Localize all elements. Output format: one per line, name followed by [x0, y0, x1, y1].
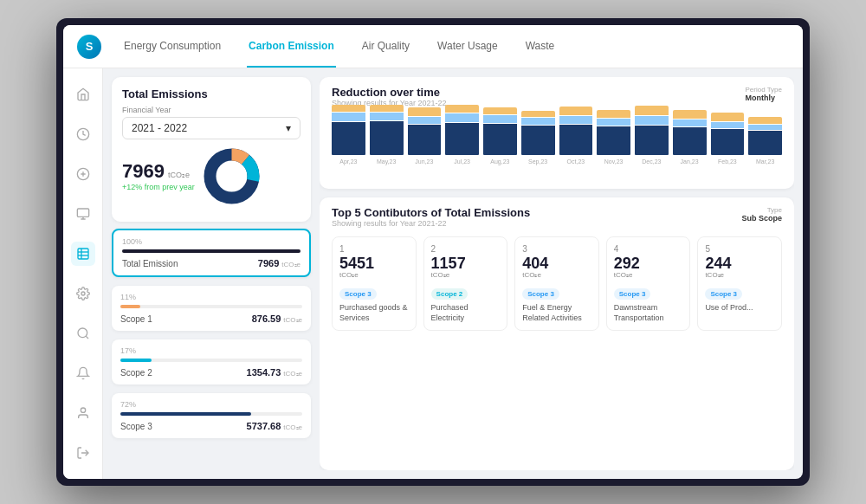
sidebar-icon-plus-circle[interactable]	[71, 162, 95, 186]
bar-group: Jan,23	[673, 105, 707, 165]
progress-bar-fill-scope3	[120, 412, 251, 416]
contributor-card: 3 404 tCO₂e Scope 3 Fuel & Energy Relate…	[514, 236, 599, 331]
emissions-summary: 7969 tCO₂e +12% from prev year	[122, 148, 301, 204]
reduction-card: Reduction over time Showing results for …	[320, 77, 794, 189]
progress-unit-scope2: tCO₂e	[283, 370, 302, 378]
emissions-text: 7969 tCO₂e +12% from prev year	[122, 162, 195, 191]
contributor-unit: tCO₂e	[339, 271, 409, 279]
contributors-subtitle: Showing results for Year 2021-22	[332, 219, 530, 228]
bar-label: Dec,23	[642, 158, 661, 165]
emissions-unit: tCO₂e	[168, 171, 190, 179]
left-panel: Total Emissions Financial Year 2021 - 20…	[112, 77, 311, 470]
contributor-unit: tCO₂e	[614, 271, 683, 279]
progress-header-total: 100%	[122, 237, 301, 246]
bar-group: Feb,23	[711, 105, 745, 165]
contributors-header: Top 5 Contibutors of Total Emissions Sho…	[332, 206, 782, 235]
svg-point-14	[81, 408, 85, 412]
progress-bar-bg-total	[122, 249, 301, 253]
tab-water-usage[interactable]: Water Usage	[436, 25, 500, 68]
contributor-value: 5451	[339, 255, 409, 271]
bar-group: Apr,23	[332, 105, 365, 165]
progress-bottom-scope2: Scope 2 1354.73 tCO₂e	[120, 367, 302, 378]
bar-label: Jun,23	[415, 158, 433, 165]
bar-segment-light	[635, 106, 669, 115]
bar-label: Feb,23	[718, 158, 737, 165]
bar-group: Aug,23	[483, 105, 517, 165]
year-value: 2021 - 2022	[132, 122, 187, 134]
sidebar-icon-bell[interactable]	[71, 361, 95, 385]
sidebar-icon-home[interactable]	[71, 82, 95, 107]
svg-point-19	[219, 165, 243, 189]
scope-badge: Scope 3	[705, 288, 742, 300]
total-emissions-title: Total Emissions	[122, 87, 301, 100]
year-dropdown[interactable]: 2021 - 2022 ▾	[122, 117, 301, 139]
bar-segment-dark	[370, 121, 404, 155]
progress-bar-fill-scope1	[120, 305, 140, 308]
contributor-rank: 5	[705, 244, 774, 254]
bar-segment-mid	[673, 120, 707, 126]
bar-label: May,23	[377, 158, 396, 165]
bar-stack	[521, 105, 555, 155]
progress-value-scope2: 1354.73	[247, 367, 281, 378]
bar-segment-light	[370, 105, 404, 112]
progress-bar-bg-scope2	[120, 359, 302, 362]
bar-segment-mid	[711, 122, 745, 128]
contributors-type-value: Sub Scope	[741, 214, 782, 223]
tab-carbon-emission[interactable]: Carbon Emission	[247, 25, 336, 68]
bar-segment-light	[748, 117, 782, 124]
contributors-type-block: Type Sub Scope	[741, 206, 782, 235]
bar-segment-dark	[521, 126, 555, 155]
total-emissions-card: Total Emissions Financial Year 2021 - 20…	[112, 77, 311, 222]
sidebar-icon-monitor[interactable]	[71, 202, 95, 226]
bar-stack	[597, 105, 630, 155]
bar-segment-light	[332, 105, 365, 112]
contributor-desc: Purchased Electricity	[431, 303, 501, 323]
contributor-card: 5 244 tCO₂e Scope 3 Use of Prod...	[697, 236, 782, 331]
bar-segment-dark	[597, 126, 630, 155]
progress-percent-scope1: 11%	[120, 293, 136, 301]
svg-rect-4	[77, 209, 88, 216]
bar-segment-light	[673, 110, 707, 119]
progress-bar-bg-scope1	[120, 305, 302, 308]
sidebar-icon-chart[interactable]	[71, 242, 95, 266]
bar-label: Jan,23	[681, 158, 699, 165]
contributor-desc: Dawnstream Transportation	[614, 303, 683, 323]
bar-stack	[445, 105, 479, 155]
bar-segment-light	[445, 105, 479, 113]
bar-group: May,23	[370, 105, 404, 165]
contributor-card: 1 5451 tCO₂e Scope 3 Purchased goods & S…	[332, 236, 417, 331]
bar-segment-dark	[748, 131, 782, 155]
nav-tabs: Energy Consumption Carbon Emission Air Q…	[122, 25, 556, 68]
progress-unit-total: tCO₂e	[281, 261, 301, 268]
contributors-list: 1 5451 tCO₂e Scope 3 Purchased goods & S…	[332, 236, 782, 331]
sidebar	[63, 68, 103, 479]
top-nav: S Energy Consumption Carbon Emission Air…	[63, 25, 803, 68]
contributor-unit: tCO₂e	[431, 271, 501, 279]
contributors-title: Top 5 Contibutors of Total Emissions	[332, 206, 530, 219]
sidebar-icon-clock[interactable]	[71, 122, 95, 146]
bar-label: Oct,23	[567, 158, 585, 165]
bar-segment-dark	[408, 125, 442, 155]
tab-energy-consumption[interactable]: Energy Consumption	[122, 25, 223, 68]
bar-stack	[370, 105, 404, 155]
progress-bar-fill-scope2	[120, 359, 152, 362]
bar-group: Oct,23	[559, 105, 593, 165]
bar-segment-light	[597, 110, 630, 118]
reduction-title: Reduction over time	[332, 86, 447, 99]
contributor-value: 292	[614, 255, 683, 271]
bar-group: Nov,23	[597, 105, 630, 165]
tab-air-quality[interactable]: Air Quality	[360, 25, 411, 68]
bar-segment-dark	[483, 124, 517, 155]
sidebar-icon-search[interactable]	[71, 321, 95, 346]
tab-waste[interactable]: Waste	[524, 25, 557, 68]
contributor-unit: tCO₂e	[705, 271, 774, 279]
sidebar-icon-user[interactable]	[71, 401, 95, 425]
progress-label-scope3: Scope 3	[120, 422, 152, 431]
emissions-value: 7969	[122, 162, 165, 181]
sidebar-icon-logout[interactable]	[71, 441, 95, 465]
bar-chart: Apr,23May,23Jun,23Jul,23Aug,23Sep,23Oct,…	[332, 111, 782, 180]
contributor-rank: 4	[614, 244, 683, 254]
svg-line-13	[86, 336, 88, 339]
period-type-value: Monthly	[745, 94, 782, 102]
sidebar-icon-settings[interactable]	[71, 281, 95, 306]
